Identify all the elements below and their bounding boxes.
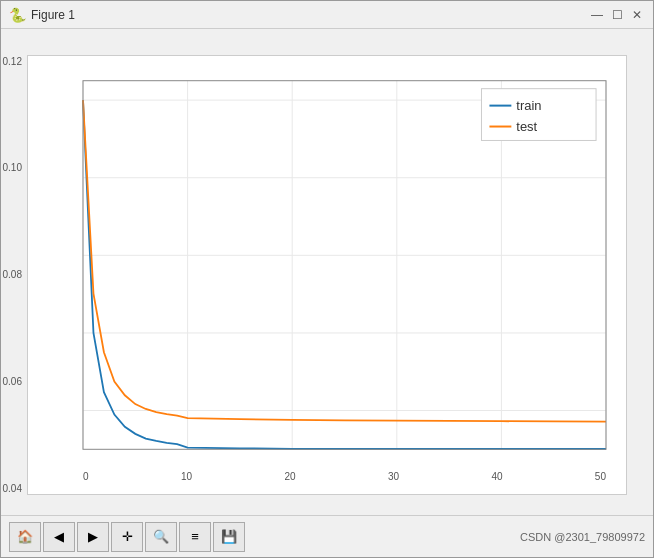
legend-test-label: test [516, 118, 537, 133]
toolbar-buttons: 🏠 ◀ ▶ ✛ 🔍 ≡ 💾 [9, 522, 520, 552]
save-button[interactable]: 💾 [213, 522, 245, 552]
test-line [83, 100, 606, 421]
y-label-1: 0.04 [0, 483, 22, 494]
train-line [83, 100, 606, 449]
maximize-button[interactable]: ☐ [609, 7, 625, 23]
pan-button[interactable]: ✛ [111, 522, 143, 552]
legend-train-label: train [516, 97, 541, 112]
x-label-10: 10 [181, 471, 192, 482]
chart-inner: train test 0 10 20 30 40 50 [83, 76, 606, 454]
forward-button[interactable]: ▶ [77, 522, 109, 552]
back-button[interactable]: ◀ [43, 522, 75, 552]
y-label-5: 0.12 [0, 56, 22, 67]
minimize-button[interactable]: — [589, 7, 605, 23]
y-label-4: 0.10 [0, 162, 22, 173]
y-label-2: 0.06 [0, 376, 22, 387]
watermark-text: CSDN @2301_79809972 [520, 531, 645, 543]
x-label-50: 50 [595, 471, 606, 482]
y-label-3: 0.08 [0, 269, 22, 280]
y-axis-labels: 0.12 0.10 0.08 0.06 0.04 [0, 56, 22, 494]
home-button[interactable]: 🏠 [9, 522, 41, 552]
chart-svg: train test [83, 76, 606, 454]
window-title: Figure 1 [31, 8, 589, 22]
chart-container: 0.12 0.10 0.08 0.06 0.04 [27, 55, 627, 495]
window-controls: — ☐ ✕ [589, 7, 645, 23]
configure-button[interactable]: ≡ [179, 522, 211, 552]
x-label-30: 30 [388, 471, 399, 482]
chart-area: 0.12 0.10 0.08 0.06 0.04 [1, 29, 653, 515]
x-label-20: 20 [284, 471, 295, 482]
x-label-40: 40 [491, 471, 502, 482]
close-button[interactable]: ✕ [629, 7, 645, 23]
x-label-0: 0 [83, 471, 89, 482]
zoom-button[interactable]: 🔍 [145, 522, 177, 552]
legend-box [481, 88, 596, 140]
x-axis-labels: 0 10 20 30 40 50 [83, 471, 606, 482]
window-icon: 🐍 [9, 7, 25, 23]
title-bar: 🐍 Figure 1 — ☐ ✕ [1, 1, 653, 29]
toolbar: 🏠 ◀ ▶ ✛ 🔍 ≡ 💾 CSDN @2301_79809972 [1, 515, 653, 557]
main-window: 🐍 Figure 1 — ☐ ✕ 0.12 0.10 0.08 0.06 0.0… [0, 0, 654, 558]
